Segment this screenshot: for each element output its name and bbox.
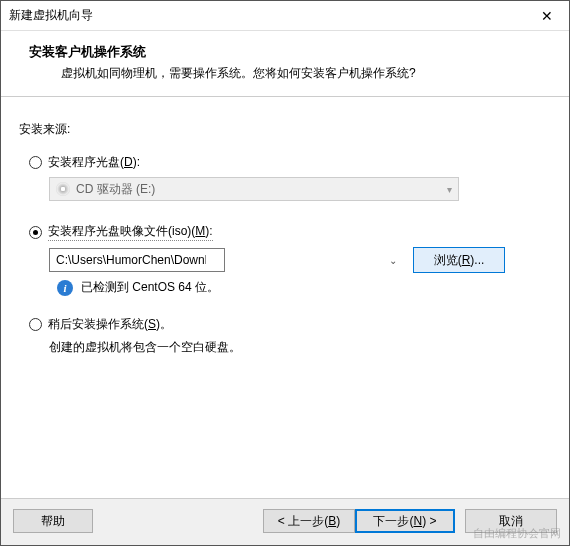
detected-os-text: 已检测到 CentOS 64 位。 [81,279,219,296]
option-disc-label: 安装程序光盘(D): [48,154,140,171]
info-icon: i [57,280,73,296]
chevron-down-icon: ▾ [447,184,452,195]
next-button[interactable]: 下一步(N) > [355,509,455,533]
titlebar: 新建虚拟机向导 ✕ [1,1,569,31]
radio-icon [29,156,42,169]
window-title: 新建虚拟机向导 [9,7,93,24]
radio-icon [29,226,42,239]
detected-os-info: i 已检测到 CentOS 64 位。 [57,279,551,296]
cd-icon [56,182,70,196]
header-desc: 虚拟机如同物理机，需要操作系统。您将如何安装客户机操作系统? [29,65,549,82]
header-title: 安装客户机操作系统 [29,43,549,61]
install-source-label: 安装来源: [19,121,551,138]
close-button[interactable]: ✕ [525,1,569,31]
option-install-later[interactable]: 稍后安装操作系统(S)。 [29,316,551,333]
chevron-down-icon: ⌄ [389,255,397,266]
radio-icon [29,318,42,331]
wizard-header: 安装客户机操作系统 虚拟机如同物理机，需要操作系统。您将如何安装客户机操作系统? [1,31,569,97]
help-button[interactable]: 帮助 [13,509,93,533]
option-later-label: 稍后安装操作系统(S)。 [48,316,172,333]
iso-path-input[interactable] [49,248,225,272]
back-button[interactable]: < 上一步(B) [263,509,355,533]
wizard-footer: 帮助 < 上一步(B) 下一步(N) > 取消 自由编程协会官网 [1,498,569,545]
option-installer-disc[interactable]: 安装程序光盘(D): [29,154,551,171]
browse-button[interactable]: 浏览(R)... [413,247,505,273]
option-iso-file[interactable]: 安装程序光盘映像文件(iso)(M): [29,223,551,241]
wizard-content: 安装来源: 安装程序光盘(D): CD 驱动器 (E:) ▾ 安装程序光盘映像文… [1,97,569,498]
option-iso-label: 安装程序光盘映像文件(iso)(M): [48,223,213,241]
option-later-desc: 创建的虚拟机将包含一个空白硬盘。 [49,339,551,356]
cancel-button[interactable]: 取消 [465,509,557,533]
disc-drive-text: CD 驱动器 (E:) [76,181,155,198]
disc-drive-select[interactable]: CD 驱动器 (E:) ▾ [49,177,459,201]
